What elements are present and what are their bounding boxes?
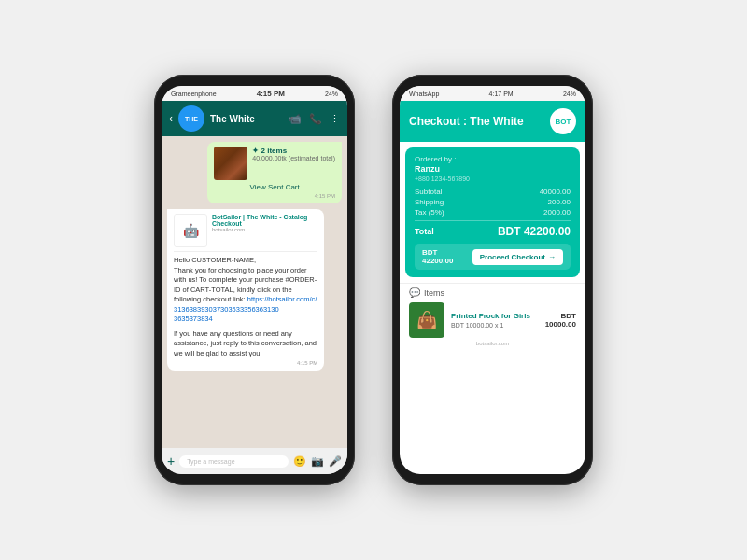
battery-left: 24% [325, 91, 338, 97]
bot-preview-title: BotSailor | The White - Catalog Checkout [212, 214, 317, 227]
proceed-label: Proceed Checkout [480, 253, 545, 261]
back-icon[interactable]: ‹ [169, 112, 173, 125]
product-image: 👜 [409, 302, 444, 338]
total-amount: BDT 42200.00 [498, 225, 571, 238]
shipping-label: Shipping [415, 198, 444, 206]
view-cart-link[interactable]: View Sent Cart [214, 183, 335, 191]
cart-image [214, 147, 247, 180]
cart-total: 40,000.00tk (estimated total) [252, 155, 335, 161]
ordered-by-label: Ordered by : [415, 155, 571, 163]
customer-phone: +880 1234-567890 [415, 175, 571, 182]
price-divider [415, 220, 571, 221]
price-value: 10000.00 [545, 320, 576, 329]
subtotal-label: Subtotal [415, 188, 442, 196]
items-header: 💬 Items [409, 287, 576, 298]
customer-name: Ranzu [415, 164, 571, 174]
checkout-link[interactable]: https://botsailor.com/c/3136383930373035… [174, 295, 317, 323]
header-icons: 📹 📞 ⋮ [289, 113, 340, 125]
tax-value: 2000.00 [543, 208, 571, 217]
bdt-value: 42200.00 [422, 257, 453, 265]
shipping-value: 200.00 [548, 198, 571, 206]
carrier-left: Grameenphone [171, 91, 217, 97]
product-info: Printed Frock for Girls BDT 10000.00 x 1 [451, 312, 539, 329]
whatsapp-screen: Grameenphone 4:15 PM 24% ‹ THE The White… [162, 86, 347, 474]
product-price-main: BDT10000.00 [545, 312, 576, 329]
camera-icon[interactable]: 📷 [311, 455, 324, 468]
tax-label: Tax (5%) [415, 208, 444, 217]
checkout-card: Ordered by : Ranzu +880 1234-567890 Subt… [405, 147, 580, 277]
product-row: 👜 Printed Frock for Girls BDT 10000.00 x… [409, 302, 576, 338]
bot-message-main: Hello CUSTOMER-NAME, Thank you for choos… [174, 256, 317, 325]
time-left: 4:15 PM [257, 90, 285, 98]
chat-input-bar: + Type a message 🙂 📷 🎤 [162, 448, 347, 474]
whatsapp-icon: 💬 [409, 287, 420, 298]
cart-bubble: ✦ 2 items 40,000.00tk (estimated total) … [207, 142, 342, 203]
checkout-title: Checkout : The White [409, 115, 524, 128]
subtotal-row: Subtotal 40000.00 [415, 188, 571, 196]
cart-info: ✦ 2 items 40,000.00tk (estimated total) [252, 147, 335, 161]
arrow-icon: → [548, 253, 556, 261]
input-placeholder: Type a message [187, 458, 234, 465]
checkout-body: Ordered by : Ranzu +880 1234-567890 Subt… [400, 142, 585, 474]
right-phone: WhatsApp 4:17 PM 24% Checkout : The Whit… [392, 75, 593, 485]
battery-right: 24% [563, 91, 576, 97]
time-right: 4:17 PM [489, 91, 514, 97]
bdt-label: BDT [422, 248, 437, 257]
video-icon[interactable]: 📹 [289, 113, 302, 125]
call-icon[interactable]: 📞 [309, 113, 322, 125]
status-bar-left: Grameenphone 4:15 PM 24% [162, 86, 347, 101]
shipping-row: Shipping 200.00 [415, 198, 571, 206]
chat-area: ✦ 2 items 40,000.00tk (estimated total) … [162, 136, 347, 448]
avatar: THE [178, 105, 204, 132]
checkout-btn-row: BDT 42200.00 Proceed Checkout → [415, 244, 571, 270]
product-price-detail: BDT 10000.00 x 1 [451, 322, 539, 329]
whatsapp-header: ‹ THE The White 📹 📞 ⋮ [162, 101, 347, 136]
tax-row: Tax (5%) 2000.00 [415, 208, 571, 217]
mic-icon[interactable]: 🎤 [329, 455, 342, 468]
bdt-amount: BDT 42200.00 [422, 248, 453, 265]
botsailor-footer: botsailor.com [409, 341, 576, 349]
carrier-right: WhatsApp [409, 91, 439, 97]
product-name: Printed Frock for Girls [451, 312, 539, 321]
bubble-time-bot: 4:15 PM [174, 360, 317, 366]
left-phone: Grameenphone 4:15 PM 24% ‹ THE The White… [154, 75, 355, 485]
chat-input-field[interactable]: Type a message [179, 455, 289, 468]
checkout-bot-logo: BOT [550, 108, 576, 134]
proceed-checkout-button[interactable]: Proceed Checkout → [472, 249, 563, 265]
add-icon[interactable]: + [167, 454, 175, 469]
total-row: Total BDT 42200.00 [415, 225, 571, 238]
chat-name: The White [210, 114, 283, 124]
emoji-icon[interactable]: 🙂 [293, 455, 306, 468]
more-icon[interactable]: ⋮ [330, 113, 340, 125]
bot-preview-info: BotSailor | The White - Catalog Checkout… [212, 214, 317, 247]
status-bar-right: WhatsApp 4:17 PM 24% [400, 86, 585, 101]
chat-input-icons: 🙂 📷 🎤 [293, 455, 342, 468]
checkout-header: Checkout : The White BOT [400, 101, 585, 142]
items-count: ✦ 2 items [252, 147, 335, 155]
bot-preview-image: 🤖 [174, 214, 207, 247]
subtotal-value: 40000.00 [540, 188, 571, 196]
total-label: Total [415, 227, 434, 236]
bot-message-followup: If you have any questions or need any as… [174, 329, 317, 359]
bot-preview: 🤖 BotSailor | The White - Catalog Checko… [174, 214, 317, 247]
items-label: Items [424, 288, 444, 298]
bubble-time-sent: 4:15 PM [214, 193, 335, 199]
bot-bubble: 🤖 BotSailor | The White - Catalog Checko… [167, 209, 324, 371]
checkout-screen: WhatsApp 4:17 PM 24% Checkout : The Whit… [400, 86, 585, 474]
bot-preview-domain: botsailor.com [212, 227, 317, 232]
items-section: 💬 Items 👜 Printed Frock for Girls BDT 10… [400, 283, 585, 353]
